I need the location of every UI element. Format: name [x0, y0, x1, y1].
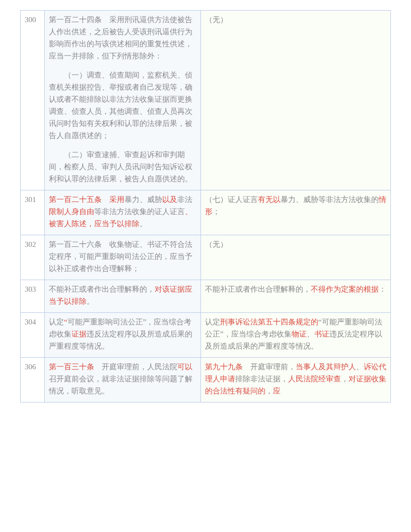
- text-segment: 第九十九条: [205, 363, 250, 371]
- text-segment: 开庭审理前，人民法院: [102, 363, 177, 371]
- text-segment: ：: [379, 285, 386, 293]
- paragraph: 不能补正或者作出合理解释的，不得作为定案的根据：: [205, 283, 386, 295]
- paragraph: 第一百二十五条 采用暴力、威胁以及非法限制人身自由等非法方法收集的证人证言、被害…: [49, 193, 196, 230]
- text-segment: 人民法院经审查: [288, 375, 341, 383]
- left-cell: 认定“可能严重影响司法公正”，应当综合考虑收集证据违反法定程序以及所造成后果的严…: [45, 313, 201, 358]
- paragraph: （七）证人证言有无以暴力、威胁等非法方法收集的情形；: [205, 193, 386, 218]
- text-segment: 等非法方法收集的证人证言: [94, 208, 185, 216]
- row-number: 301: [21, 190, 45, 235]
- text-segment: （二）审查逮捕、审查起诉和审判期间，检察人员、审判人员讯问时告知诉讼权利和认罪的…: [49, 151, 192, 183]
- text-segment: 当事人及其辩护人: [296, 363, 356, 371]
- text-segment: 召开庭前会议，就非法证据排除等问题了解情况，听取意见。: [49, 375, 192, 395]
- text-segment: 以及: [162, 195, 177, 204]
- paragraph: 第九十九条 开庭审理前，当事人及其辩护人、诉讼代理人申请排除非法证据，人民法院经…: [205, 361, 386, 397]
- comparison-table: 300第一百二十四条 采用刑讯逼供方法使被告人作出供述，之后被告人受该刑讯逼供行…: [20, 10, 391, 403]
- text-segment: 刑事诉讼法第五十四条规定的: [220, 318, 318, 326]
- text-segment: 不得作为定案的根据: [311, 285, 379, 293]
- paragraph: （一）调查、侦查期间，监察机关、侦查机关根据控告、举报或者自己发现等，确认或者不…: [49, 69, 196, 142]
- text-segment: （无）: [205, 16, 228, 24]
- text-segment: 第一百二十六条 收集物证、书证不符合法定程序，可能严重影响司法公正的，应当予以补…: [49, 240, 192, 273]
- paragraph: 第一百二十六条 收集物证、书证不符合法定程序，可能严重影响司法公正的，应当予以补…: [49, 238, 196, 275]
- text-segment: 第一百三十条: [49, 363, 102, 371]
- row-number: 306: [21, 358, 45, 403]
- table-row: 302第一百二十六条 收集物证、书证不符合法定程序，可能严重影响司法公正的，应当…: [21, 235, 391, 280]
- paragraph: 认定刑事诉讼法第五十四条规定的“可能严重影响司法公正”，应当综合考虑收集物证、书…: [205, 316, 386, 352]
- left-cell: 第一百二十四条 采用刑讯逼供方法使被告人作出供述，之后被告人受该刑讯逼供行为影响…: [45, 11, 201, 190]
- text-segment: 应: [273, 387, 281, 395]
- table-row: 306第一百三十条 开庭审理前，人民法院可以召开庭前会议，就非法证据排除等问题了…: [21, 358, 391, 403]
- table-row: 300第一百二十四条 采用刑讯逼供方法使被告人作出供述，之后被告人受该刑讯逼供行…: [21, 11, 391, 190]
- table-row: 303不能补正或者作出合理解释的，对该证据应当予以排除。不能补正或者作出合理解释…: [21, 280, 391, 313]
- text-segment: 暴力、威胁: [124, 195, 162, 204]
- text-segment: 不能补正或者作出合理解释的，: [205, 285, 311, 293]
- paragraph: 第一百二十四条 采用刑讯逼供方法使被告人作出供述，之后被告人受该刑讯逼供行为影响…: [49, 14, 196, 62]
- text-segment: 非法: [177, 195, 192, 204]
- row-number: 302: [21, 235, 45, 280]
- row-number: 304: [21, 313, 45, 358]
- text-segment: ，: [341, 375, 349, 383]
- left-cell: 第一百三十条 开庭审理前，人民法院可以召开庭前会议，就非法证据排除等问题了解情况…: [45, 358, 201, 403]
- text-segment: 物证: [292, 330, 307, 338]
- text-segment: （七）: [205, 195, 228, 204]
- right-cell: （无）: [201, 235, 391, 280]
- text-segment: 暴力、威胁等非法方法收集的: [281, 195, 379, 204]
- paragraph: （二）审查逮捕、审查起诉和审判期间，检察人员、审判人员讯问时告知诉讼权利和认罪的…: [49, 149, 196, 185]
- text-segment: 认定: [49, 318, 64, 326]
- right-cell: 第九十九条 开庭审理前，当事人及其辩护人、诉讼代理人申请排除非法证据，人民法院经…: [201, 358, 391, 403]
- text-segment: ，: [265, 387, 273, 395]
- right-cell: （无）: [201, 11, 391, 190]
- paragraph: 不能补正或者作出合理解释的，对该证据应当予以排除。: [49, 283, 196, 307]
- table-row: 301第一百二十五条 采用暴力、威胁以及非法限制人身自由等非法方法收集的证人证言…: [21, 190, 391, 235]
- text-segment: （一）调查、侦查期间，监察机关、侦查机关根据控告、举报或者自己发现等，确认或者不…: [49, 71, 192, 140]
- left-cell: 第一百二十六条 收集物证、书证不符合法定程序，可能严重影响司法公正的，应当予以补…: [45, 235, 201, 280]
- text-segment: 。: [140, 220, 147, 228]
- table-row: 304认定“可能严重影响司法公正”，应当综合考虑收集证据违反法定程序以及所造成后…: [21, 313, 391, 358]
- text-segment: 、: [356, 363, 364, 371]
- row-number: 303: [21, 280, 45, 313]
- right-cell: 认定刑事诉讼法第五十四条规定的“可能严重影响司法公正”，应当综合考虑收集物证、书…: [201, 313, 391, 358]
- document-page: 300第一百二十四条 采用刑讯逼供方法使被告人作出供述，之后被告人受该刑讯逼供行…: [0, 0, 411, 413]
- text-segment: 限制人身自由: [49, 208, 94, 216]
- text-segment: 有无以: [258, 195, 281, 204]
- text-segment: 排除非法证据，: [235, 375, 288, 383]
- text-segment: 第一百二十五条 采用: [49, 195, 124, 204]
- left-cell: 不能补正或者作出合理解释的，对该证据应当予以排除。: [45, 280, 201, 313]
- text-segment: 开庭审理前，: [250, 363, 296, 371]
- row-number: 300: [21, 11, 45, 190]
- paragraph: （无）: [205, 238, 386, 250]
- paragraph: 认定“可能严重影响司法公正”，应当综合考虑收集证据违反法定程序以及所造成后果的严…: [49, 316, 196, 352]
- text-segment: 可以: [177, 363, 192, 371]
- text-segment: 书证: [314, 330, 329, 338]
- text-segment: （无）: [205, 240, 228, 248]
- text-segment: 不能补正或者作出合理解释的，: [49, 285, 155, 293]
- text-segment: ；: [213, 208, 220, 216]
- right-cell: 不能补正或者作出合理解释的，不得作为定案的根据：: [201, 280, 391, 313]
- paragraph: （无）: [205, 14, 386, 26]
- text-segment: “: [64, 318, 67, 326]
- text-segment: 。: [87, 297, 94, 305]
- text-segment: 证据: [72, 330, 87, 338]
- text-segment: 第一百二十四条 采用刑讯逼供方法使被告人作出供述，之后被告人受该刑讯逼供行为影响…: [49, 16, 192, 60]
- text-segment: 、: [307, 330, 314, 338]
- paragraph: 第一百三十条 开庭审理前，人民法院可以召开庭前会议，就非法证据排除等问题了解情况…: [49, 361, 196, 397]
- right-cell: （七）证人证言有无以暴力、威胁等非法方法收集的情形；: [201, 190, 391, 235]
- text-segment: 证人证言: [228, 195, 258, 204]
- text-segment: 认定: [205, 318, 220, 326]
- left-cell: 第一百二十五条 采用暴力、威胁以及非法限制人身自由等非法方法收集的证人证言、被害…: [45, 190, 201, 235]
